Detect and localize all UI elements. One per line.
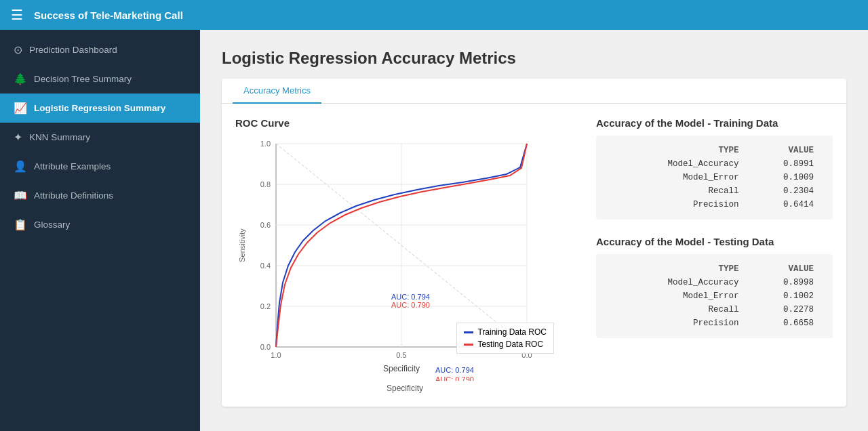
main-layout: ⊙ Prediction Dashboard 🌲 Decision Tree S…: [0, 30, 868, 431]
metrics-section: Accuracy of the Model - Training Data TY…: [596, 117, 833, 393]
menu-icon[interactable]: ☰: [11, 7, 23, 23]
sidebar-item-decision-tree-summary[interactable]: 🌲 Decision Tree Summary: [0, 64, 200, 94]
legend-training-label: Training Data ROC: [477, 327, 547, 337]
training-metrics-table: TYPE VALUE Model_Accuracy0.8991Model_Err…: [596, 136, 833, 220]
sidebar-label-logistic-regression-summary: Logistic Regression Summary: [34, 103, 165, 113]
table-row: Model_Error0.1009: [607, 171, 822, 184]
svg-text:0.0: 0.0: [260, 343, 271, 351]
metric-value: 0.1009: [747, 171, 822, 184]
svg-text:0.5: 0.5: [396, 351, 406, 359]
training-col-value: VALUE: [747, 144, 822, 157]
sidebar-label-decision-tree-summary: Decision Tree Summary: [34, 74, 132, 84]
legend-testing-color: [464, 344, 473, 346]
regression-icon: 📈: [14, 102, 27, 115]
sidebar: ⊙ Prediction Dashboard 🌲 Decision Tree S…: [0, 30, 200, 431]
metric-type: Recall: [607, 184, 747, 198]
tab-accuracy-metrics[interactable]: Accuracy Metrics: [233, 79, 321, 104]
app-title: Success of Tele-Marketing Call: [34, 9, 857, 21]
legend-testing-label: Testing Data ROC: [477, 340, 543, 349]
tab-bar: Accuracy Metrics: [222, 79, 846, 104]
x-axis-label-div: Specificity: [235, 384, 574, 393]
card-body: ROC Curve 0.0 0.2: [222, 104, 846, 407]
metric-type: Model_Accuracy: [607, 276, 747, 289]
table-row: Model_Error0.1002: [607, 289, 822, 303]
testing-col-value: VALUE: [747, 262, 822, 276]
svg-text:0.6: 0.6: [260, 221, 271, 229]
metric-type: Model_Error: [607, 289, 747, 303]
table-row: Precision0.6658: [607, 316, 822, 330]
sidebar-item-attribute-examples[interactable]: 👤 Attribute Examples: [0, 152, 200, 181]
table-row: Precision0.6414: [607, 198, 822, 211]
svg-text:0.8: 0.8: [260, 180, 271, 188]
page-title: Logistic Regression Accuracy Metrics: [222, 49, 846, 68]
metric-value: 0.2278: [747, 303, 822, 316]
metric-value: 0.6658: [747, 316, 822, 330]
sidebar-item-attribute-definitions[interactable]: 📖 Attribute Definitions: [0, 181, 200, 210]
legend-training-color: [464, 331, 473, 333]
auc-training-inline: AUC: 0.794: [435, 366, 474, 374]
x-axis-label: Specificity: [383, 364, 420, 373]
topbar: ☰ Success of Tele-Marketing Call: [0, 0, 868, 30]
chart-legend: Training Data ROC Testing Data ROC: [456, 323, 554, 354]
auc-testing-inline: AUC: 0.790: [435, 375, 474, 381]
testing-metrics-block: Accuracy of the Model - Testing Data TYP…: [596, 236, 833, 338]
svg-text:0.2: 0.2: [260, 302, 271, 310]
sidebar-item-prediction-dashboard[interactable]: ⊙ Prediction Dashboard: [0, 35, 200, 64]
table-row: Model_Accuracy0.8998: [607, 276, 822, 289]
table-row: Recall0.2278: [607, 303, 822, 316]
sidebar-label-attribute-definitions: Attribute Definitions: [34, 190, 113, 201]
sidebar-item-logistic-regression-summary[interactable]: 📈 Logistic Regression Summary: [0, 94, 200, 123]
content-area: Logistic Regression Accuracy Metrics Acc…: [200, 30, 868, 431]
main-card: Accuracy Metrics ROC Curve: [222, 79, 846, 407]
auc-training-text: AUC: 0.794: [391, 293, 430, 301]
chart-title: ROC Curve: [235, 117, 574, 129]
svg-text:1.0: 1.0: [260, 140, 271, 148]
metric-value: 0.8991: [747, 157, 822, 171]
testing-metrics-title: Accuracy of the Model - Testing Data: [596, 236, 833, 247]
knn-icon: ✦: [14, 131, 22, 144]
metric-type: Recall: [607, 303, 747, 316]
metric-value: 0.1002: [747, 289, 822, 303]
svg-text:0.4: 0.4: [260, 262, 271, 270]
svg-text:1.0: 1.0: [271, 351, 281, 359]
metric-type: Model_Error: [607, 171, 747, 184]
metric-value: 0.8998: [747, 276, 822, 289]
training-metrics-block: Accuracy of the Model - Training Data TY…: [596, 117, 833, 220]
chart-container: 0.0 0.2 0.4 0.6 0.8 1.0: [235, 137, 561, 381]
training-metrics-title: Accuracy of the Model - Training Data: [596, 117, 833, 129]
sidebar-label-attribute-examples: Attribute Examples: [34, 161, 111, 171]
chart-section: ROC Curve 0.0 0.2: [235, 117, 574, 393]
testing-col-type: TYPE: [607, 262, 747, 276]
testing-metrics-table: TYPE VALUE Model_Accuracy0.8998Model_Err…: [596, 254, 833, 338]
dashboard-icon: ⊙: [14, 43, 22, 56]
metric-type: Precision: [607, 316, 747, 330]
attribute-definitions-icon: 📖: [14, 189, 27, 202]
auc-overlay: AUC: 0.794 AUC: 0.790: [391, 293, 430, 309]
metric-type: Precision: [607, 198, 747, 211]
sidebar-item-glossary[interactable]: 📋 Glossary: [0, 210, 200, 239]
table-row: Model_Accuracy0.8991: [607, 157, 822, 171]
metric-type: Model_Accuracy: [607, 157, 747, 171]
training-col-type: TYPE: [607, 144, 747, 157]
tree-icon: 🌲: [14, 73, 27, 85]
table-row: Recall0.2304: [607, 184, 822, 198]
metric-value: 0.6414: [747, 198, 822, 211]
sidebar-label-glossary: Glossary: [34, 220, 70, 230]
sidebar-item-knn-summary[interactable]: ✦ KNN Summary: [0, 123, 200, 152]
y-axis-label: Sensitivity: [238, 228, 246, 262]
glossary-icon: 📋: [14, 218, 27, 231]
auc-testing-text: AUC: 0.790: [391, 301, 430, 309]
sidebar-label-prediction-dashboard: Prediction Dashboard: [29, 45, 117, 55]
attribute-examples-icon: 👤: [14, 160, 27, 173]
metric-value: 0.2304: [747, 184, 822, 198]
sidebar-label-knn-summary: KNN Summary: [29, 132, 90, 142]
